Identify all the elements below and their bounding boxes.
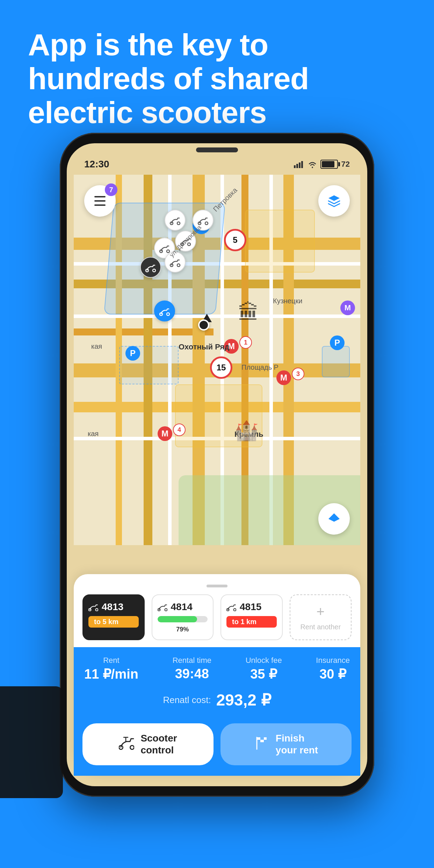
svg-point-5 (177, 222, 180, 225)
scooter-marker-active (140, 257, 161, 278)
plus-icon: + (317, 604, 325, 620)
battery-icon (320, 160, 338, 169)
scooter-card-4815[interactable]: 4815 to 1 km (220, 594, 283, 640)
rent-another-label: Rent another (300, 623, 341, 631)
building-icon: 🏛 (238, 301, 259, 325)
insurance-value: 30 ₽ (319, 666, 346, 682)
scooter-cards-row: 4813 to 5 km 4814 (74, 594, 360, 647)
scooter-card-4814[interactable]: 4814 79% (152, 594, 214, 640)
signal-icon (294, 160, 304, 168)
status-bar: 12:30 (74, 154, 360, 175)
scooter-card-4813[interactable]: 4813 to 5 km (82, 594, 145, 640)
map-area[interactable]: М 1 М 3 М 4 М 5 15 P P P (74, 175, 360, 545)
header-title: App is the key to hundreds of shared ele… (28, 28, 406, 129)
menu-badge: 7 (105, 183, 117, 196)
svg-rect-3 (301, 161, 303, 168)
scooter-control-svg (119, 736, 134, 750)
map-label-kaya1: кая (91, 342, 102, 350)
metro-marker-2: М (276, 370, 291, 385)
rent-another-card[interactable]: + Rent another (290, 594, 352, 640)
svg-point-23 (234, 609, 236, 611)
scooter-icon-card3 (226, 603, 236, 611)
svg-rect-0 (294, 165, 296, 168)
location-button[interactable] (318, 503, 350, 535)
cost-label: Renatl cost: (163, 695, 211, 706)
phone-mockup: 12:30 (60, 133, 374, 797)
metro-marker-4: М (340, 301, 355, 315)
finish-flag-svg (254, 736, 269, 750)
metro-badge-1: 1 (239, 336, 252, 349)
navigation-icon (327, 512, 341, 526)
speed-sign-15: 15 (210, 356, 232, 379)
card-id-4814: 4814 (171, 601, 193, 613)
svg-rect-33 (260, 740, 264, 742)
svg-point-21 (165, 609, 167, 611)
map-label-ploshad: Площадь Р (241, 363, 279, 371)
svg-rect-1 (296, 164, 298, 168)
svg-point-25 (130, 745, 134, 749)
card-status-4815: to 1 km (226, 616, 277, 628)
unlock-label: Unlock fee (246, 656, 282, 665)
kremlin-icon: 🏰 (234, 419, 259, 442)
time-label: Rental time (173, 656, 211, 665)
card-battery-text: 79% (158, 626, 208, 633)
cost-row: Renatl cost: 293,2 ₽ (74, 690, 360, 716)
scooter-marker-1 (165, 210, 186, 231)
time-info: Rental time 39:48 (173, 656, 211, 682)
metro-badge-2: 3 (292, 368, 304, 380)
time-value: 39:48 (175, 666, 209, 681)
rent-info: Rent 11 ₽/min (84, 656, 138, 682)
scooter-control-icon (119, 736, 134, 753)
map-label-ohotniy: Охотный Ряд (179, 342, 229, 352)
layers-icon (326, 193, 342, 209)
finish-rent-icon (254, 736, 269, 753)
status-time: 12:30 (84, 159, 109, 170)
svg-rect-2 (299, 162, 301, 168)
status-icons: 72 (294, 160, 350, 169)
scooter-control-button[interactable]: Scootercontrol (82, 723, 214, 765)
unlock-value: 35 ₽ (250, 666, 277, 682)
wifi-icon (308, 160, 317, 168)
unlock-info: Unlock fee 35 ₽ (246, 656, 282, 682)
svg-point-7 (205, 222, 208, 225)
svg-rect-29 (257, 737, 260, 740)
map-label-kuznetski: Кузнецки (273, 297, 302, 305)
decorative-scooter (0, 686, 63, 798)
card-status-4813: to 5 km (88, 616, 139, 628)
card-id-4813: 4813 (102, 601, 123, 613)
map-label-petrovka: Петровка (212, 186, 239, 214)
cost-value: 293,2 ₽ (216, 690, 271, 709)
battery-level: 72 (341, 160, 350, 169)
card-id-4815: 4815 (240, 601, 261, 613)
metro-marker-3: М (158, 426, 172, 441)
svg-rect-31 (264, 737, 267, 740)
layers-button[interactable] (318, 185, 350, 217)
finish-rent-label: Finishyour rent (276, 732, 318, 756)
action-buttons: Scootercontrol (74, 716, 360, 776)
bottom-panel: 4813 to 5 km 4814 (74, 574, 360, 776)
current-location (198, 319, 209, 331)
drag-handle (207, 585, 227, 587)
hamburger-icon (94, 196, 106, 206)
speed-sign-5: 5 (224, 229, 246, 251)
battery-bar-4814 (158, 616, 208, 622)
svg-point-11 (177, 264, 180, 267)
svg-rect-30 (260, 737, 264, 740)
scooter-icon-card2 (158, 603, 167, 611)
svg-point-13 (153, 269, 155, 272)
map-label-kaya2: кая (88, 430, 99, 438)
battery-bar-fill-4814 (158, 616, 197, 622)
svg-point-15 (167, 313, 169, 316)
metro-badge-3: 4 (173, 424, 186, 436)
finish-rent-button[interactable]: Finishyour rent (220, 723, 352, 765)
rent-label: Rent (103, 656, 119, 665)
rent-value: 11 ₽/min (84, 666, 138, 682)
menu-button[interactable]: 7 (84, 185, 116, 217)
insurance-info: Insurance 30 ₽ (316, 656, 350, 682)
svg-rect-34 (264, 740, 267, 742)
parking-marker-2: P (330, 335, 345, 350)
svg-point-19 (96, 609, 98, 611)
scooter-control-label: Scootercontrol (140, 732, 177, 756)
info-row: Rent 11 ₽/min Rental time 39:48 Unlock f… (74, 647, 360, 690)
scooter-icon-card1 (88, 603, 98, 611)
